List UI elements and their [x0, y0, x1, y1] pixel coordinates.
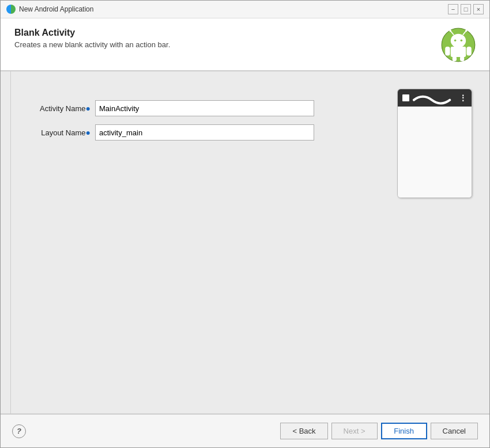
svg-rect-12	[460, 56, 464, 61]
main-content: Activity Name● Layout Name●	[11, 71, 489, 413]
svg-point-3	[449, 30, 451, 32]
phone-statusbar: ⋮	[398, 89, 472, 107]
finish-button[interactable]: Finish	[381, 423, 427, 439]
phone-body	[398, 107, 472, 198]
next-button[interactable]: Next >	[331, 423, 378, 439]
layout-name-row: Layout Name●	[28, 124, 374, 141]
svg-point-1	[451, 34, 466, 48]
cancel-button[interactable]: Cancel	[431, 423, 478, 439]
left-strip	[1, 71, 11, 413]
title-bar-controls: − □ ×	[448, 4, 484, 14]
wave-icon	[412, 91, 457, 104]
activity-name-required-dot: ●	[86, 104, 91, 113]
minimize-button[interactable]: −	[448, 4, 458, 14]
app-icon	[6, 5, 16, 14]
page-title: Blank Activity	[14, 28, 170, 38]
dialog-window: New Android Application − □ × Blank Acti…	[0, 0, 490, 448]
status-square-icon	[402, 94, 409, 101]
layout-name-input[interactable]	[95, 124, 314, 141]
bottom-left: ?	[12, 424, 26, 438]
android-logo	[441, 28, 476, 62]
back-button[interactable]: < Back	[280, 423, 327, 439]
svg-rect-10	[466, 47, 471, 56]
status-waves	[412, 91, 457, 104]
bottom-bar: ? < Back Next > Finish Cancel	[1, 414, 489, 447]
title-bar-title: New Android Application	[19, 5, 93, 13]
maximize-button[interactable]: □	[461, 4, 471, 14]
bottom-right: < Back Next > Finish Cancel	[280, 423, 478, 439]
activity-name-input[interactable]	[95, 100, 314, 116]
title-bar: New Android Application − □ ×	[1, 1, 489, 18]
phone-preview: ⋮	[397, 89, 472, 198]
layout-name-required-dot: ●	[86, 128, 91, 137]
content-area: Activity Name● Layout Name●	[1, 71, 489, 414]
svg-point-7	[461, 39, 463, 41]
form-section: Activity Name● Layout Name●	[28, 89, 374, 402]
page-subtitle: Creates a new blank activity with an act…	[14, 40, 170, 49]
preview-section: ⋮	[391, 89, 478, 402]
svg-point-6	[454, 39, 457, 41]
svg-rect-9	[445, 47, 450, 56]
header-section: Blank Activity Creates a new blank activ…	[1, 18, 489, 71]
svg-rect-8	[451, 47, 466, 57]
activity-name-label: Activity Name●	[28, 104, 92, 113]
svg-rect-11	[453, 56, 457, 61]
title-bar-left: New Android Application	[6, 5, 93, 14]
activity-name-row: Activity Name●	[28, 100, 374, 116]
status-menu-icon: ⋮	[459, 93, 467, 102]
layout-name-label: Layout Name●	[28, 128, 92, 137]
header-text: Blank Activity Creates a new blank activ…	[14, 28, 170, 49]
close-button[interactable]: ×	[473, 4, 484, 14]
svg-point-5	[465, 30, 468, 32]
help-button[interactable]: ?	[12, 424, 26, 438]
